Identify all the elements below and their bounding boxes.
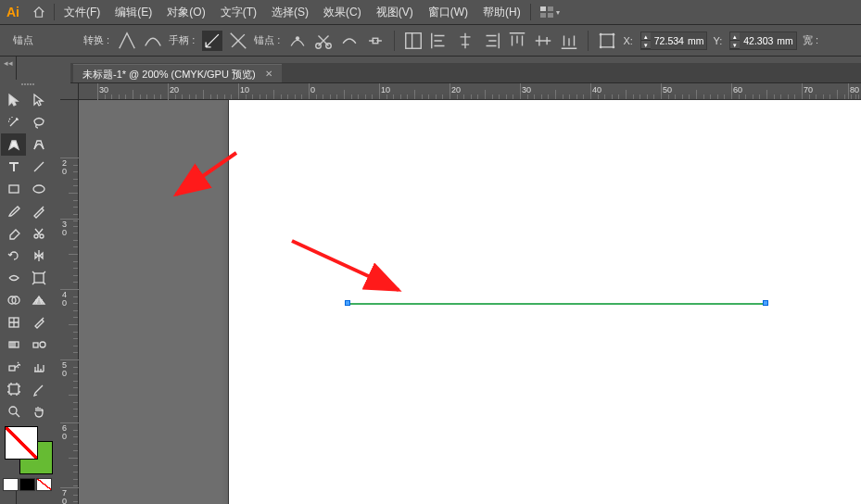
pen-tool-icon[interactable]: [1, 133, 26, 156]
menu-help[interactable]: 帮助(H): [475, 0, 528, 25]
draw-modes[interactable]: [3, 478, 53, 491]
spin-down-icon[interactable]: ▾: [730, 41, 740, 49]
separator: [588, 31, 589, 51]
paintbrush-tool-icon[interactable]: [1, 200, 26, 222]
menu-object[interactable]: 对象(O): [159, 0, 212, 25]
line-tool-icon[interactable]: [26, 156, 51, 178]
y-unit: mm: [777, 35, 796, 46]
y-label: Y:: [713, 35, 722, 46]
spin-up-icon[interactable]: ▴: [641, 32, 651, 41]
workspace: 30201001020304050607080 203040506070: [60, 83, 861, 504]
menu-window[interactable]: 窗口(W): [421, 0, 475, 25]
reflect-tool-icon[interactable]: [26, 245, 51, 267]
handle-label: 手柄 :: [169, 33, 195, 47]
ruler-tick-label: 10: [240, 85, 249, 94]
y-field[interactable]: ▴▾ 42.303 mm: [729, 32, 797, 50]
anchor-remove-icon[interactable]: [287, 31, 308, 51]
direct-selection-tool-icon[interactable]: [26, 89, 51, 111]
svg-point-17: [40, 234, 44, 238]
ruler-tick-label: 20: [170, 85, 179, 94]
menu-view[interactable]: 视图(V): [369, 0, 421, 25]
align-bottom-icon[interactable]: [559, 31, 579, 51]
transform-icon[interactable]: [597, 31, 617, 51]
menu-edit[interactable]: 编辑(E): [108, 0, 159, 25]
spin-down-icon[interactable]: ▾: [641, 41, 651, 49]
fill-color[interactable]: [5, 426, 38, 460]
menu-select[interactable]: 选择(S): [264, 0, 316, 25]
handle-hide-icon[interactable]: [228, 31, 248, 51]
gradient-tool-icon[interactable]: [1, 334, 26, 356]
selection-tool-icon[interactable]: [1, 89, 26, 111]
ruler-tick-label: 40: [592, 85, 601, 94]
magic-wand-tool-icon[interactable]: [1, 111, 26, 133]
svg-rect-8: [406, 32, 422, 48]
convert-corner-icon[interactable]: [117, 31, 137, 51]
x-field[interactable]: ▴▾ 72.534 mm: [640, 32, 708, 50]
x-value[interactable]: 72.534: [651, 35, 688, 46]
drawn-path[interactable]: [348, 303, 765, 305]
symbol-sprayer-tool-icon[interactable]: [1, 356, 26, 378]
anchor-point[interactable]: [763, 300, 768, 306]
eraser-tool-icon[interactable]: [1, 222, 26, 245]
svg-point-13: [613, 45, 615, 48]
ruler-tick-label: 60: [62, 424, 67, 441]
expand-dock-icon[interactable]: ◂◂: [0, 57, 16, 68]
scissors-tool-icon[interactable]: [26, 222, 51, 245]
align-left-icon[interactable]: [429, 31, 449, 51]
document-tab[interactable]: 未标题-1* @ 200% (CMYK/GPU 预览) ✕: [73, 64, 282, 82]
pencil-tool-icon[interactable]: [26, 200, 51, 222]
x-unit: mm: [688, 35, 707, 46]
y-value[interactable]: 42.303: [740, 35, 777, 46]
blend-tool-icon[interactable]: [26, 334, 51, 356]
shape-builder-tool-icon[interactable]: [1, 289, 26, 311]
svg-rect-9: [601, 34, 614, 47]
menu-file[interactable]: 文件(F): [57, 0, 108, 25]
curvature-tool-icon[interactable]: [26, 133, 51, 156]
ruler-tick-label: 10: [381, 85, 390, 94]
slice-tool-icon[interactable]: [26, 378, 51, 400]
spin-up-icon[interactable]: ▴: [730, 32, 740, 41]
align-top-icon[interactable]: [507, 31, 527, 51]
ruler-tick-label: 60: [733, 85, 742, 94]
home-icon[interactable]: [26, 0, 52, 25]
zoom-tool-icon[interactable]: [1, 400, 26, 422]
perspective-grid-tool-icon[interactable]: [26, 289, 51, 311]
draw-behind-icon[interactable]: [19, 478, 35, 491]
svg-point-4: [296, 36, 299, 40]
align-vcenter-icon[interactable]: [533, 31, 553, 51]
rotate-tool-icon[interactable]: [1, 245, 26, 267]
anchor-cut-icon[interactable]: [313, 31, 334, 51]
fill-stroke-swatch[interactable]: [3, 426, 53, 472]
align-right-icon[interactable]: [481, 31, 501, 51]
menu-type[interactable]: 文字(T): [213, 0, 264, 25]
draw-normal-icon[interactable]: [3, 478, 19, 491]
anchor-connect-icon[interactable]: [339, 31, 360, 51]
ruler-origin[interactable]: [60, 83, 79, 100]
convert-smooth-icon[interactable]: [143, 31, 163, 51]
handle-show-icon[interactable]: [202, 31, 222, 51]
artboard-tool-icon[interactable]: [1, 378, 26, 400]
svg-rect-14: [9, 185, 19, 193]
ruler-horizontal[interactable]: 30201001020304050607080: [79, 83, 861, 100]
width-tool-icon[interactable]: [1, 267, 26, 289]
eyedropper-tool-icon[interactable]: [26, 311, 51, 334]
anchor-split-icon[interactable]: [365, 31, 386, 51]
lasso-tool-icon[interactable]: [26, 111, 51, 133]
menu-effect[interactable]: 效果(C): [316, 0, 369, 25]
align-hcenter-icon[interactable]: [455, 31, 475, 51]
draw-inside-icon[interactable]: [36, 478, 52, 491]
anchor-point[interactable]: [345, 300, 350, 306]
svg-point-10: [600, 32, 602, 35]
close-tab-icon[interactable]: ✕: [265, 65, 272, 83]
mesh-tool-icon[interactable]: [1, 311, 26, 334]
isolate-icon[interactable]: [403, 31, 424, 51]
workspace-switcher[interactable]: ▾: [540, 6, 560, 18]
toolbox-handle[interactable]: [1, 82, 54, 89]
rectangle-tool-icon[interactable]: [1, 178, 26, 200]
hand-tool-icon[interactable]: [26, 400, 51, 422]
type-tool-icon[interactable]: [1, 156, 26, 178]
ruler-vertical[interactable]: 203040506070: [60, 100, 79, 504]
column-graph-tool-icon[interactable]: [26, 356, 51, 378]
free-transform-tool-icon[interactable]: [26, 267, 51, 289]
ellipse-tool-icon[interactable]: [26, 178, 51, 200]
